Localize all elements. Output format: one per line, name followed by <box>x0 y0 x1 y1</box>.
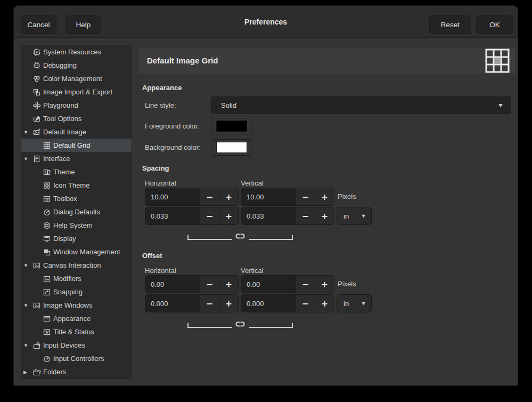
page-title: Default Image Grid <box>138 56 485 65</box>
expander-down-icon[interactable]: ▼ <box>23 263 32 268</box>
input-devices-icon <box>32 341 42 350</box>
spacing-horizontal-pixels-input[interactable] <box>145 188 200 205</box>
decrement-button[interactable]: − <box>200 207 219 224</box>
decrement-button[interactable]: − <box>296 207 315 224</box>
sidebar-item-canvas-interaction[interactable]: ▼Canvas Interaction <box>21 259 132 272</box>
spacing-unit-dropdown[interactable]: in ▼ <box>337 207 372 225</box>
offset-vertical-label: Vertical <box>241 267 264 275</box>
sidebar-item-label: Default Grid <box>53 141 90 149</box>
sidebar-item-help-system[interactable]: Help System <box>21 219 132 232</box>
sidebar-item-label: Title & Status <box>53 328 94 336</box>
sidebar-item-toolbox[interactable]: Toolbox <box>21 192 132 205</box>
sidebar-item-label: Appearance <box>53 315 91 323</box>
increment-button[interactable]: + <box>219 207 238 224</box>
spacing-vertical-units-input[interactable] <box>241 207 296 224</box>
increment-button[interactable]: + <box>315 295 334 312</box>
decrement-button[interactable]: − <box>296 188 315 205</box>
increment-button[interactable]: + <box>219 295 238 312</box>
sidebar-item-label: Image Import & Export <box>43 88 112 96</box>
expander-down-icon[interactable]: ▼ <box>23 156 32 162</box>
sidebar-item-image-windows[interactable]: ▼Image Windows <box>21 299 132 312</box>
help-system-icon <box>43 221 52 230</box>
offset-vertical-pixels-input[interactable] <box>241 276 296 293</box>
increment-button[interactable]: + <box>219 188 238 205</box>
reset-button[interactable]: Reset <box>429 15 471 34</box>
image-import-export-icon <box>32 88 42 97</box>
input-controllers-icon <box>43 355 52 363</box>
dialog-defaults-icon <box>43 208 52 216</box>
debugging-icon <box>32 61 42 70</box>
background-color-swatch <box>216 142 247 153</box>
appearance-section-title: Appearance <box>142 84 182 92</box>
sidebar-item-modifiers[interactable]: Modifiers <box>21 272 132 285</box>
offset-vertical-units-input[interactable] <box>241 295 296 312</box>
decrement-button[interactable]: − <box>296 276 315 293</box>
sidebar-item-label: Dialog Defaults <box>53 208 100 216</box>
spacing-vertical-label: Vertical <box>241 179 264 187</box>
line-style-label: Line style: <box>145 97 176 114</box>
sidebar-item-label: Toolbox <box>53 195 77 203</box>
canvas-interaction-icon <box>32 261 42 270</box>
sidebar-item-display[interactable]: Display <box>21 232 132 245</box>
increment-button[interactable]: + <box>315 207 334 224</box>
sidebar-item-input-controllers[interactable]: Input Controllers <box>21 352 132 365</box>
decrement-button[interactable]: − <box>200 188 219 205</box>
sidebar-item-title-status[interactable]: Title & Status <box>21 325 132 339</box>
sidebar-item-label: Icon Theme <box>53 181 89 189</box>
sidebar-item-snapping[interactable]: Snapping <box>21 285 132 299</box>
offset-chain-button[interactable] <box>187 320 293 328</box>
titlebar: Cancel Help Preferences Reset OK <box>14 6 518 38</box>
ok-button[interactable]: OK <box>476 15 513 34</box>
playground-icon <box>32 101 42 110</box>
expander-down-icon[interactable]: ▼ <box>23 130 32 135</box>
sidebar-item-color-management[interactable]: Color Management <box>21 72 132 85</box>
sidebar-item-label: Playground <box>43 101 78 109</box>
sidebar-item-theme[interactable]: Theme <box>21 165 132 179</box>
spacing-vertical-pixels-input[interactable] <box>241 188 296 205</box>
decrement-button[interactable]: − <box>296 295 315 312</box>
modifiers-icon <box>43 275 52 283</box>
sidebar-item-window-management[interactable]: Window Management <box>21 245 132 259</box>
sidebar-item-icon-theme[interactable]: Icon Theme <box>21 179 132 192</box>
cancel-button[interactable]: Cancel <box>21 15 56 34</box>
sidebar-item-image-import-export[interactable]: Image Import & Export <box>21 85 132 99</box>
sidebar-item-tool-options[interactable]: Tool Options <box>21 112 132 125</box>
foreground-color-label: Foreground color: <box>145 118 200 134</box>
sidebar-item-system-resources[interactable]: System Resources <box>21 45 132 59</box>
sidebar-item-default-grid[interactable]: Default Grid <box>21 139 132 152</box>
sidebar-item-appearance[interactable]: Appearance <box>21 312 132 325</box>
increment-button[interactable]: + <box>315 188 334 205</box>
chevron-down-icon: ▼ <box>497 102 504 108</box>
sidebar-item-debugging[interactable]: Debugging <box>21 59 132 72</box>
color-management-icon <box>32 75 42 83</box>
chain-line <box>187 235 232 240</box>
sidebar-item-playground[interactable]: Playground <box>21 99 132 112</box>
expander-down-icon[interactable]: ▼ <box>23 343 32 348</box>
foreground-color-button[interactable] <box>211 118 252 134</box>
sidebar-item-folders[interactable]: ▶Folders <box>21 365 132 379</box>
line-style-dropdown[interactable]: Solid ▼ <box>211 97 511 114</box>
decrement-button[interactable]: − <box>200 295 219 312</box>
sidebar-item-default-image[interactable]: ▼Default Image <box>21 125 132 139</box>
offset-unit-dropdown[interactable]: in ▼ <box>337 294 372 312</box>
increment-button[interactable]: + <box>315 276 334 293</box>
chain-broken-icon <box>235 320 245 328</box>
sidebar-item-input-devices[interactable]: ▼Input Devices <box>21 339 132 352</box>
sidebar-item-interface[interactable]: ▼Interface <box>21 152 132 165</box>
toolbox-icon <box>43 195 52 203</box>
icon-theme-icon <box>43 181 52 190</box>
expander-down-icon[interactable]: ▼ <box>23 303 32 308</box>
sidebar-item-dialog-defaults[interactable]: Dialog Defaults <box>21 205 132 219</box>
increment-button[interactable]: + <box>219 276 238 293</box>
sidebar-item-label: Snapping <box>53 288 83 296</box>
decrement-button[interactable]: − <box>200 276 219 293</box>
offset-horizontal-pixels-input[interactable] <box>145 276 200 293</box>
spacing-chain-button[interactable] <box>187 232 293 240</box>
panel-header: Default Image Grid <box>138 47 515 74</box>
help-button[interactable]: Help <box>66 15 101 34</box>
spacing-horizontal-units-input[interactable] <box>145 207 200 224</box>
background-color-button[interactable] <box>211 139 252 156</box>
expander-right-icon[interactable]: ▶ <box>23 369 32 375</box>
offset-horizontal-units-input[interactable] <box>145 295 200 312</box>
offset-pixels-unit-label: Pixels <box>338 275 356 293</box>
